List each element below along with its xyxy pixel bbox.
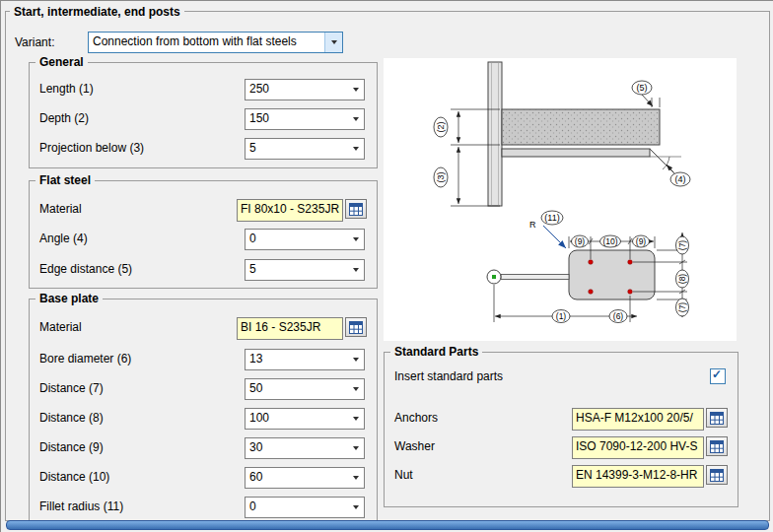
nut-field[interactable]: EN 14399-3-M12-8-HR — [572, 465, 704, 488]
base-plate-material-field[interactable]: BI 16 - S235JR — [237, 317, 343, 340]
svg-text:(10): (10) — [602, 236, 617, 246]
length-row: Length (1) 250 — [39, 79, 377, 99]
depth-select[interactable]: 150 — [245, 108, 365, 130]
distance-10-select[interactable]: 60 — [245, 467, 365, 489]
callout-2: (2) — [434, 117, 448, 137]
chevron-down-icon — [347, 438, 364, 458]
projection-below-value: 5 — [246, 139, 347, 159]
bore-diameter-select[interactable]: 13 — [245, 349, 365, 370]
anchor-bolt-shape — [487, 270, 569, 284]
distance-8-select[interactable]: 100 — [245, 408, 365, 430]
group-flat-steel: Flat steel Material FI 80x10 - S235JR An… — [29, 180, 378, 289]
distance-7-value: 50 — [246, 379, 347, 399]
angle-row: Angle (4) 0 — [39, 229, 377, 248]
depth-label: Depth (2) — [39, 111, 89, 125]
chevron-down-icon — [347, 498, 364, 517]
projection-below-row: Projection below (3) 5 — [39, 138, 377, 158]
distance-10-label: Distance (10) — [39, 470, 109, 484]
insert-standard-parts-checkbox[interactable] — [710, 368, 726, 384]
distance-7-select[interactable]: 50 — [245, 378, 365, 400]
washer-table-button[interactable] — [706, 436, 728, 456]
projection-below-label: Projection below (3) — [39, 141, 144, 155]
flat-steel-material-row: Material FI 80x10 - S235JR — [39, 199, 377, 219]
fillet-radius-select[interactable]: 0 — [245, 497, 365, 518]
table-icon — [349, 203, 363, 216]
washer-value: ISO 7090-12-200 HV-S — [576, 439, 697, 453]
length-label: Length (1) — [39, 82, 94, 96]
anchors-label: Anchors — [394, 411, 438, 425]
callout-4: (4) — [667, 165, 690, 186]
washer-field[interactable]: ISO 7090-12-200 HV-S — [572, 436, 704, 459]
projection-below-select[interactable]: 5 — [245, 138, 365, 160]
angle-value: 0 — [246, 230, 347, 249]
distance-8-label: Distance (8) — [39, 411, 104, 425]
connection-diagram: (2) (3) (5) (4) — [384, 58, 737, 341]
group-base-plate: Base plate Material BI 16 - S235JR Bore … — [29, 299, 378, 521]
flat-steel-material-value: FI 80x10 - S235JR — [241, 202, 339, 216]
joint-properties-dialog: Start, intermediate, end posts Variant: … — [0, 0, 773, 532]
svg-text:(11): (11) — [544, 213, 559, 223]
group-flat-steel-title: Flat steel — [35, 173, 95, 187]
chevron-down-icon — [347, 139, 364, 159]
edge-distance-value: 5 — [246, 260, 347, 280]
washer-label: Washer — [394, 439, 435, 453]
distance-9-value: 30 — [246, 438, 347, 458]
washer-row: Washer ISO 7090-12-200 HV-S — [394, 436, 738, 456]
variant-select[interactable]: Connection from bottom with flat steels — [88, 32, 343, 53]
svg-text:(6): (6) — [613, 311, 624, 321]
angle-select[interactable]: 0 — [245, 229, 365, 250]
distance-7-label: Distance (7) — [39, 381, 104, 395]
bore-diameter-row: Bore diameter (6) 13 — [39, 349, 377, 368]
anchors-table-button[interactable] — [706, 408, 728, 428]
flat-steel-material-field[interactable]: FI 80x10 - S235JR — [237, 199, 343, 222]
callout-3: (3) — [434, 167, 448, 187]
distance-9-select[interactable]: 30 — [245, 437, 365, 459]
distance-9-row: Distance (9) 30 — [39, 437, 377, 457]
edge-distance-row: Edge distance (5) 5 — [39, 259, 377, 279]
group-base-plate-title: Base plate — [35, 292, 103, 305]
svg-text:(7): (7) — [677, 240, 687, 251]
callout-7a: (7) — [676, 236, 689, 254]
svg-text:(4): (4) — [675, 174, 686, 184]
base-plate-material-value: BI 16 - S235JR — [241, 320, 320, 334]
distance-8-row: Distance (8) 100 — [39, 408, 377, 428]
variant-value: Connection from bottom with flat steels — [89, 33, 324, 52]
distance-7-row: Distance (7) 50 — [39, 378, 377, 398]
anchors-row: Anchors HSA-F M12x100 20/5/ — [394, 408, 738, 428]
chevron-down-icon — [347, 468, 364, 488]
base-plate-material-label: Material — [39, 320, 82, 334]
variant-label: Variant: — [15, 35, 54, 49]
concrete-slab-shape — [502, 109, 660, 145]
connection-preview: (2) (3) (5) (4) — [384, 58, 737, 341]
chevron-down-icon — [347, 109, 364, 129]
dialog-title: Start, intermediate, end posts — [10, 5, 184, 19]
fillet-radius-value: 0 — [246, 498, 347, 517]
nut-table-button[interactable] — [706, 465, 728, 485]
chevron-down-icon — [347, 230, 364, 249]
fillet-radius-row: Fillet radius (11) 0 — [39, 497, 377, 516]
svg-text:R: R — [529, 220, 536, 230]
flat-steel-material-label: Material — [39, 202, 82, 216]
edge-distance-select[interactable]: 5 — [245, 259, 365, 281]
distance-10-row: Distance (10) 60 — [39, 467, 377, 487]
angle-label: Angle (4) — [39, 232, 88, 245]
callout-9a: (9) — [572, 235, 589, 247]
anchors-field[interactable]: HSA-F M12x100 20/5/ — [572, 408, 704, 431]
nut-row: Nut EN 14399-3-M12-8-HR — [394, 465, 738, 485]
distance-8-value: 100 — [246, 409, 347, 429]
table-icon — [710, 440, 724, 453]
nut-label: Nut — [394, 468, 413, 482]
group-general-title: General — [35, 55, 88, 69]
base-plate-material-table-button[interactable] — [345, 317, 367, 337]
callout-5: (5) — [632, 81, 660, 107]
post-shape — [488, 62, 502, 206]
table-icon — [710, 469, 724, 482]
anchors-value: HSA-F M12x100 20/5/ — [576, 411, 693, 425]
length-select[interactable]: 250 — [245, 79, 365, 100]
table-icon — [349, 321, 363, 334]
group-standard-parts: Standard Parts Insert standard parts Anc… — [384, 352, 738, 507]
horizontal-scrollbar-thumb[interactable] — [6, 520, 769, 530]
chevron-down-icon — [324, 33, 342, 52]
flat-steel-material-table-button[interactable] — [345, 199, 367, 219]
group-standard-parts-title: Standard Parts — [390, 345, 482, 359]
